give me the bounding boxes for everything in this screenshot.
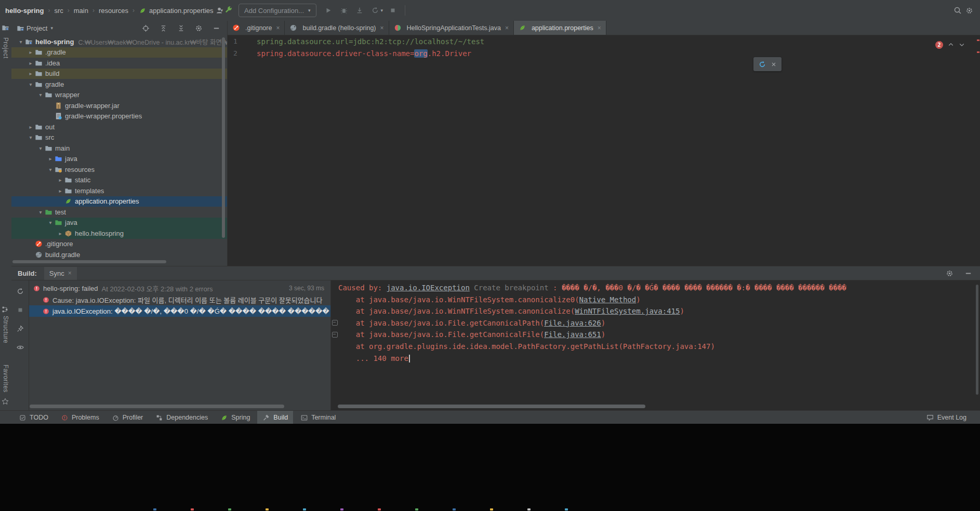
close-tab-icon[interactable]: ×: [505, 24, 509, 32]
stripe-button-favorites[interactable]: Favorites: [2, 365, 9, 393]
tree-item-java[interactable]: ▾java: [11, 218, 227, 228]
status-button-spring[interactable]: Spring: [215, 411, 255, 424]
chevron-down-icon[interactable]: ▾: [381, 8, 383, 13]
build-console[interactable]: Caused by: java.io.IOException Create br…: [331, 280, 980, 411]
error-count-badge[interactable]: 2: [935, 41, 943, 49]
console-vertical-scrollbar[interactable]: [976, 285, 978, 395]
build-settings-gear-icon[interactable]: [944, 267, 955, 279]
close-tab-icon[interactable]: ×: [598, 24, 601, 32]
stack-trace-link[interactable]: java.io.IOException: [387, 284, 470, 292]
chevron-down-icon[interactable]: ▾: [17, 39, 25, 45]
fold-marker-icon[interactable]: [332, 332, 338, 338]
pin-icon[interactable]: [15, 323, 26, 334]
breadcrumb-item-resources[interactable]: resources: [99, 7, 128, 15]
breadcrumb-item-main[interactable]: main: [74, 7, 88, 15]
tree-item-idea[interactable]: ▸.idea: [11, 58, 227, 69]
console-line[interactable]: at org.gradle.plugins.ide.idea.model.Pat…: [338, 342, 980, 354]
console-line[interactable]: at java.base/java.io.File.getCanonicalPa…: [338, 319, 980, 331]
error-stripe-mark[interactable]: [977, 51, 979, 53]
breadcrumb-item-application-properties[interactable]: application.properties: [149, 7, 214, 15]
console-line[interactable]: at java.base/java.io.WinNTFileSystem.can…: [338, 307, 980, 319]
tree-item-test[interactable]: ▾test: [11, 207, 227, 218]
project-tree-horizontal-scrollbar[interactable]: [12, 260, 166, 263]
project-tool-icon[interactable]: [2, 24, 9, 34]
tree-item-hello-hellospring[interactable]: ▸hello.hellospring: [11, 228, 227, 239]
chevron-right-icon[interactable]: ▸: [56, 188, 64, 194]
prev-error-chevron-up-icon[interactable]: [948, 39, 954, 50]
breadcrumb-item-hello-spring[interactable]: hello-spring: [5, 7, 44, 15]
tree-item-resources[interactable]: ▾resources: [11, 164, 227, 175]
editor-tab-hellospringapplicationtests-java[interactable]: HelloSpringApplicationTests.java×: [389, 21, 514, 35]
chevron-right-icon[interactable]: ▸: [46, 156, 55, 162]
tree-item-main[interactable]: ▾main: [11, 143, 227, 154]
debug-button[interactable]: [338, 5, 350, 16]
chevron-down-icon[interactable]: ▾: [27, 135, 35, 140]
code-line[interactable]: 2spring.datasource.driver-class-name=org…: [228, 47, 980, 59]
build-tab-sync[interactable]: Sync ×: [44, 267, 77, 280]
preview-eye-icon[interactable]: [15, 342, 26, 353]
chevron-down-icon[interactable]: ▾: [36, 145, 45, 151]
code-line[interactable]: 1spring.datasource.url=jdbc:h2:tcp://loc…: [228, 35, 980, 47]
chevron-right-icon[interactable]: ▸: [56, 231, 64, 236]
tree-item-src[interactable]: ▾src: [11, 132, 227, 143]
chevron-down-icon[interactable]: ▾: [46, 220, 55, 225]
stack-trace-link[interactable]: Native Method: [579, 295, 637, 304]
breadcrumb-item-src[interactable]: src: [54, 7, 63, 15]
tree-item-static[interactable]: ▸static: [11, 175, 227, 186]
fold-marker-icon[interactable]: [332, 320, 338, 326]
next-error-chevron-down-icon[interactable]: [959, 39, 965, 50]
editor[interactable]: 1spring.datasource.url=jdbc:h2:tcp://loc…: [228, 35, 980, 266]
build-message-row[interactable]: hello-spring: failedAt 2022-02-03 오후 2:2…: [29, 283, 330, 294]
close-tab-icon[interactable]: ×: [276, 24, 280, 32]
stripe-button-project[interactable]: Project: [2, 37, 9, 59]
settings-gear-icon[interactable]: [963, 5, 975, 16]
chevron-right-icon[interactable]: ▸: [27, 60, 35, 66]
status-button-todo[interactable]: TODO: [14, 411, 54, 424]
tree-item-build-gradle[interactable]: build.gradle: [11, 249, 227, 260]
editor-tab-build-gradle-hello-spring[interactable]: build.gradle (hello-spring)×: [285, 21, 389, 35]
tree-item-gradle[interactable]: ▾gradle: [11, 79, 227, 90]
add-configuration-button[interactable]: Add Configuration... ▾: [239, 4, 316, 17]
panel-settings-gear-icon[interactable]: [193, 22, 204, 34]
close-icon[interactable]: ×: [68, 270, 72, 277]
rerun-build-icon[interactable]: [15, 286, 26, 297]
close-tab-icon[interactable]: ×: [380, 24, 384, 32]
tree-item-gradle-wrapper-jar[interactable]: gradle-wrapper.jar: [11, 100, 227, 111]
status-button-terminal[interactable]: Terminal: [295, 411, 341, 424]
event-log-button[interactable]: Event Log: [926, 411, 966, 424]
editor-tab-application-properties[interactable]: application.properties×: [514, 21, 606, 35]
chevron-right-icon[interactable]: ▸: [27, 71, 35, 76]
tree-item-application-properties[interactable]: application.properties: [11, 196, 227, 207]
stop-button[interactable]: [387, 5, 399, 16]
chevron-right-icon[interactable]: ▸: [27, 49, 35, 55]
tree-item-gradle-wrapper-properties[interactable]: gradle-wrapper.properties: [11, 111, 227, 122]
tree-item-gradle[interactable]: ▸.gradle: [11, 47, 227, 58]
tree-item-templates[interactable]: ▸templates: [11, 185, 227, 196]
chevron-down-icon[interactable]: ▾: [27, 82, 35, 87]
stop-build-icon[interactable]: [15, 304, 26, 316]
expand-all-icon[interactable]: [157, 22, 169, 34]
stack-trace-link[interactable]: File.java:626: [544, 319, 601, 327]
error-stripe-mark[interactable]: [977, 39, 979, 41]
console-line[interactable]: at java.base/java.io.File.getCanonicalFi…: [338, 330, 980, 342]
chevron-down-icon[interactable]: ▾: [46, 167, 55, 172]
stack-trace-link[interactable]: WinNTFileSystem.java:415: [575, 307, 680, 315]
update-project-icon[interactable]: [354, 5, 365, 16]
chevron-right-icon[interactable]: ▸: [27, 124, 35, 130]
status-button-dependencies[interactable]: Dependencies: [150, 411, 213, 424]
hide-build-panel-icon[interactable]: [962, 267, 974, 279]
structure-tool-icon[interactable]: [2, 305, 8, 315]
reload-sync-icon[interactable]: [758, 59, 766, 70]
chevron-down-icon[interactable]: ▾: [50, 25, 53, 31]
project-tree-vertical-scrollbar[interactable]: [222, 37, 225, 238]
tree-item-java[interactable]: ▸java: [11, 154, 227, 165]
tree-item-gitignore[interactable]: .gitignore: [11, 239, 227, 250]
editor-tab-gitignore[interactable]: .gitignore×: [228, 21, 285, 35]
build-message-row[interactable]: java.io.IOException: ���� �/�, ���0 �/� …: [29, 305, 330, 317]
tree-item-hello-spring[interactable]: ▾hello-springC:₩Users₩taek₩OneDrive - in…: [11, 36, 227, 47]
run-button[interactable]: [323, 5, 334, 16]
tree-item-build[interactable]: ▸build: [11, 69, 227, 79]
locate-file-icon[interactable]: [140, 22, 151, 34]
console-line[interactable]: at java.base/java.io.WinNTFileSystem.can…: [338, 295, 980, 307]
hide-panel-icon[interactable]: [210, 22, 222, 34]
